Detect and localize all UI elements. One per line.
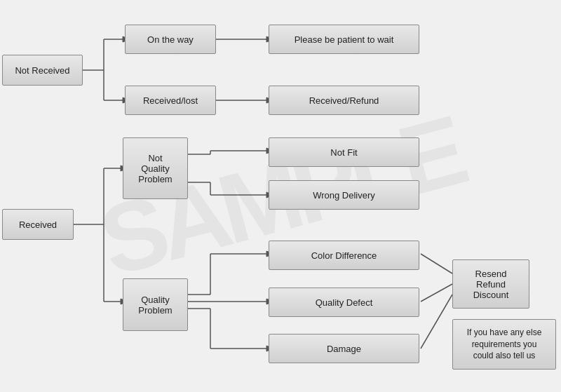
received-refund-label: Received/Refund	[309, 95, 379, 106]
quality-defect-box: Quality Defect	[269, 288, 419, 317]
received-lost-label: Received/lost	[143, 95, 198, 106]
not-fit-box: Not Fit	[269, 137, 419, 167]
quality-problem-label: Quality Problem	[138, 295, 172, 316]
resend-refund-box: Resend Refund Discount	[452, 259, 529, 309]
if-you-have-label: If you have any else requirements you co…	[467, 327, 542, 362]
svg-line-38	[421, 295, 452, 349]
diagram: Not Received On the way Received/lost Pl…	[0, 0, 561, 392]
quality-problem-box: Quality Problem	[123, 278, 188, 331]
not-quality-problem-box: Not Quality Problem	[123, 137, 188, 199]
resend-refund-label: Resend Refund Discount	[473, 269, 509, 300]
not-received-label: Not Received	[15, 65, 69, 76]
received-label: Received	[19, 219, 57, 230]
not-received-box: Not Received	[2, 55, 83, 86]
quality-defect-label: Quality Defect	[316, 297, 373, 308]
on-the-way-label: On the way	[147, 34, 194, 45]
wrong-delivery-label: Wrong Delivery	[313, 190, 375, 201]
color-difference-box: Color Difference	[269, 241, 419, 270]
please-be-patient-box: Please be patient to wait	[269, 25, 419, 54]
received-refund-box: Received/Refund	[269, 86, 419, 115]
svg-line-36	[421, 254, 452, 273]
received-lost-box: Received/lost	[125, 86, 216, 115]
not-fit-label: Not Fit	[330, 147, 357, 158]
svg-line-37	[421, 284, 452, 302]
color-difference-label: Color Difference	[311, 250, 377, 261]
damage-box: Damage	[269, 334, 419, 363]
not-quality-problem-label: Not Quality Problem	[138, 153, 172, 184]
if-you-have-box: If you have any else requirements you co…	[452, 319, 556, 370]
wrong-delivery-box: Wrong Delivery	[269, 180, 419, 210]
please-be-patient-label: Please be patient to wait	[295, 34, 394, 45]
received-box: Received	[2, 209, 74, 240]
on-the-way-box: On the way	[125, 25, 216, 54]
damage-label: Damage	[327, 344, 361, 354]
